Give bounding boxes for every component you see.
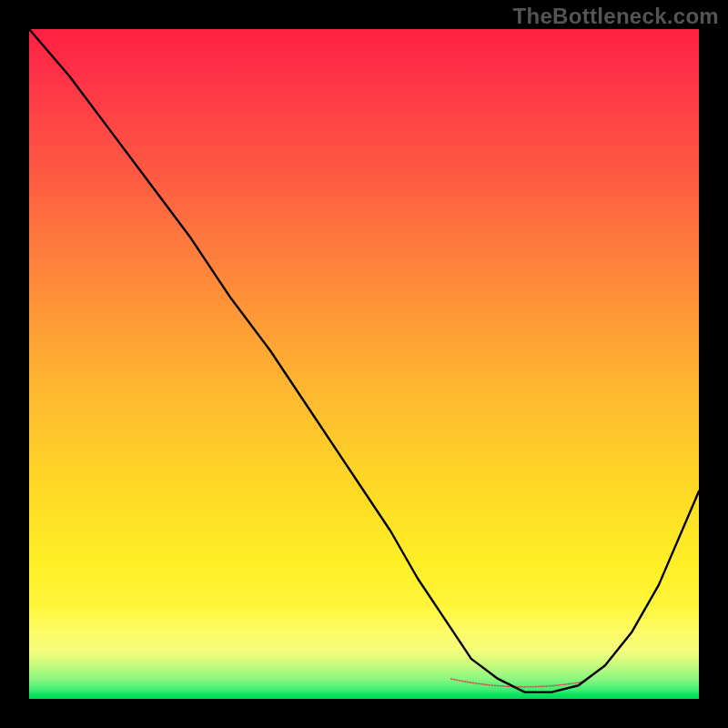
watermark-text: TheBottleneck.com [513, 4, 719, 29]
bottleneck-curve [29, 29, 699, 693]
optimal-range-marker [451, 679, 585, 687]
curve-layer [29, 29, 699, 699]
chart-frame: TheBottleneck.com [0, 0, 728, 728]
plot-area [29, 29, 699, 699]
